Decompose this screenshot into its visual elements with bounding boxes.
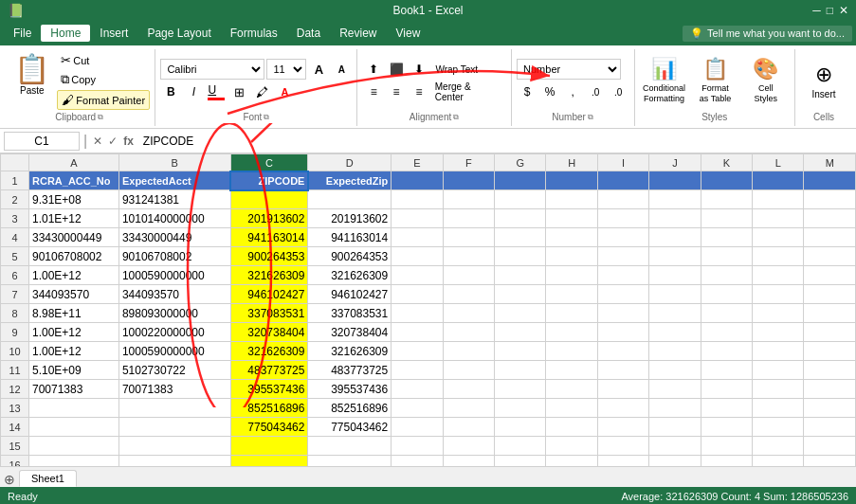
cell-f2[interactable] (443, 190, 494, 209)
cell-e11[interactable] (392, 361, 443, 380)
window-controls[interactable]: ─ □ ✕ (812, 4, 848, 17)
cell-i1[interactable] (597, 171, 648, 190)
col-header-d[interactable]: D (308, 154, 392, 171)
cell-m4[interactable] (804, 228, 856, 247)
cell-k12[interactable] (701, 380, 752, 399)
cell-k14[interactable] (701, 418, 752, 437)
cell-m10[interactable] (804, 342, 856, 361)
cell-c9[interactable]: 320738404 (230, 323, 308, 342)
cell-l7[interactable] (753, 285, 804, 304)
cell-f13[interactable] (443, 399, 494, 418)
cell-e6[interactable] (392, 266, 443, 285)
cell-k4[interactable] (701, 228, 752, 247)
cell-j4[interactable] (649, 228, 701, 247)
cell-h3[interactable] (546, 209, 597, 228)
cell-b2[interactable]: 931241381 (118, 190, 230, 209)
cell-d5[interactable]: 900264353 (308, 247, 392, 266)
cell-i13[interactable] (597, 399, 648, 418)
menu-view[interactable]: View (387, 25, 430, 42)
cell-e14[interactable] (392, 418, 443, 437)
bold-button[interactable]: B (160, 81, 181, 102)
col-header-j[interactable]: J (649, 154, 701, 171)
cell-i2[interactable] (597, 190, 648, 209)
close-icon[interactable]: ✕ (839, 4, 848, 17)
cell-m8[interactable] (804, 304, 856, 323)
cell-k7[interactable] (701, 285, 752, 304)
cell-l6[interactable] (753, 266, 804, 285)
cell-f14[interactable] (443, 418, 494, 437)
cell-d11[interactable]: 483773725 (308, 361, 392, 380)
cell-e8[interactable] (392, 304, 443, 323)
minimize-icon[interactable]: ─ (812, 4, 821, 17)
cell-h14[interactable] (546, 418, 597, 437)
cell-j15[interactable] (649, 437, 701, 456)
align-bottom-btn[interactable]: ⬇ (409, 59, 429, 80)
cell-m13[interactable] (804, 399, 856, 418)
name-box[interactable] (4, 132, 80, 151)
cell-h6[interactable] (546, 266, 597, 285)
cell-h16[interactable] (546, 456, 597, 467)
cell-c2[interactable] (230, 190, 308, 209)
cell-a5[interactable]: 90106708002 (29, 247, 119, 266)
fill-color-btn[interactable]: 🖍 (251, 81, 272, 102)
cell-j1[interactable] (649, 171, 701, 190)
insert-function-icon[interactable]: fx (121, 135, 136, 148)
cell-i9[interactable] (597, 323, 648, 342)
row-header[interactable]: 7 (1, 285, 29, 304)
cell-j8[interactable] (649, 304, 701, 323)
row-header[interactable]: 6 (1, 266, 29, 285)
col-header-l[interactable]: L (753, 154, 804, 171)
cell-e3[interactable] (392, 209, 443, 228)
cell-a13[interactable] (29, 399, 119, 418)
cell-a10[interactable]: 1.00E+12 (29, 342, 119, 361)
cell-g7[interactable] (495, 285, 546, 304)
cell-i6[interactable] (597, 266, 648, 285)
cell-k10[interactable] (701, 342, 752, 361)
cell-h10[interactable] (546, 342, 597, 361)
cell-d16[interactable] (308, 456, 392, 467)
cell-a11[interactable]: 5.10E+09 (29, 361, 119, 380)
cell-l4[interactable] (753, 228, 804, 247)
col-header-e[interactable]: E (392, 154, 443, 171)
cell-j7[interactable] (649, 285, 701, 304)
decrease-font-btn[interactable]: A (331, 59, 352, 80)
cell-f5[interactable] (443, 247, 494, 266)
cell-a9[interactable]: 1.00E+12 (29, 323, 119, 342)
menu-review[interactable]: Review (330, 25, 386, 42)
merge-center-btn[interactable]: Merge & Center (431, 81, 505, 102)
cell-m12[interactable] (804, 380, 856, 399)
italic-button[interactable]: I (183, 81, 204, 102)
cell-c10[interactable]: 321626309 (230, 342, 308, 361)
increase-font-btn[interactable]: A (308, 59, 329, 80)
paste-button[interactable]: 📋 Paste (9, 51, 55, 99)
cell-c8[interactable]: 337083531 (230, 304, 308, 323)
menu-file[interactable]: File (4, 25, 41, 42)
col-header-g[interactable]: G (495, 154, 546, 171)
cell-d14[interactable]: 775043462 (308, 418, 392, 437)
cell-b11[interactable]: 5102730722 (118, 361, 230, 380)
font-expand-icon[interactable]: ⧉ (264, 113, 269, 122)
cell-m6[interactable] (804, 266, 856, 285)
cancel-formula-icon[interactable]: ✕ (91, 135, 104, 148)
cell-c3[interactable]: 201913602 (230, 209, 308, 228)
cell-h8[interactable] (546, 304, 597, 323)
align-center-btn[interactable]: ≡ (386, 81, 407, 102)
cell-h11[interactable] (546, 361, 597, 380)
cell-i15[interactable] (597, 437, 648, 456)
cell-b16[interactable] (118, 456, 230, 467)
cell-d3[interactable]: 201913602 (308, 209, 392, 228)
cell-k1[interactable] (701, 171, 752, 190)
cell-j11[interactable] (649, 361, 701, 380)
cell-f10[interactable] (443, 342, 494, 361)
cell-b3[interactable]: 1010140000000 (118, 209, 230, 228)
cell-m9[interactable] (804, 323, 856, 342)
cell-b13[interactable] (118, 399, 230, 418)
cell-f7[interactable] (443, 285, 494, 304)
cell-a14[interactable] (29, 418, 119, 437)
cell-a6[interactable]: 1.00E+12 (29, 266, 119, 285)
cell-g5[interactable] (495, 247, 546, 266)
cell-h12[interactable] (546, 380, 597, 399)
percent-btn[interactable]: % (539, 81, 560, 102)
cell-k8[interactable] (701, 304, 752, 323)
menu-formulas[interactable]: Formulas (221, 25, 287, 42)
